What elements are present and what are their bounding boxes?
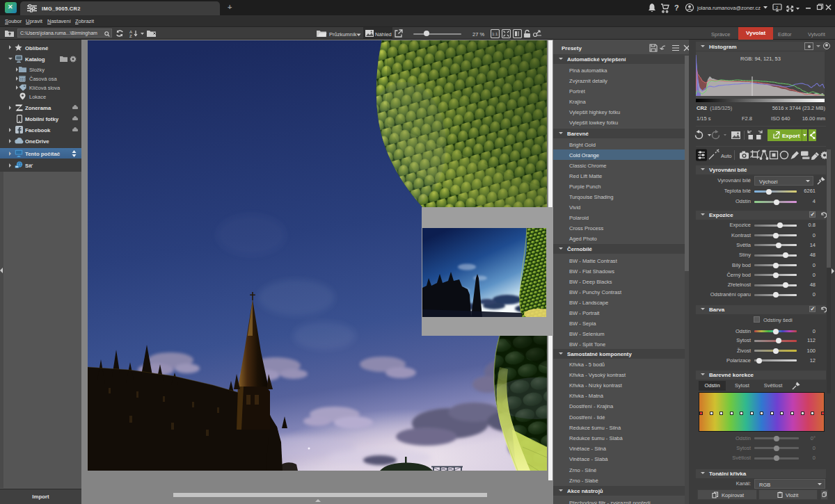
svg-text:1:1: 1:1 [492,32,498,36]
svg-text:RGB: 94, 121, 53: RGB: 94, 121, 53 [740,56,781,62]
svg-text:jolana.rumanova@zoner.cz: jolana.rumanova@zoner.cz [697,5,761,11]
svg-text:2: 2 [776,6,779,10]
svg-text:Export: Export [782,133,800,139]
svg-text:Auto: Auto [721,153,731,159]
svg-text:?: ? [674,3,679,12]
svg-text:Z: Z [129,34,132,38]
